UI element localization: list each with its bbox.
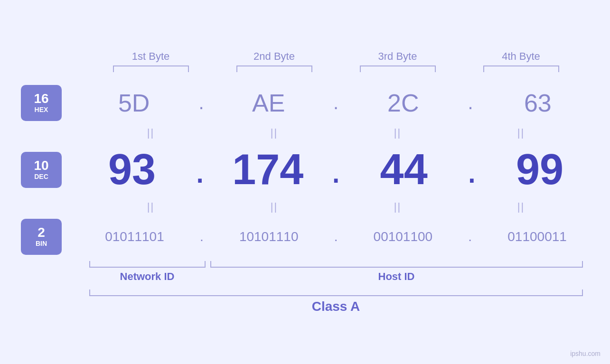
bin-base-num: 2 xyxy=(38,225,45,240)
network-host-brackets xyxy=(89,261,583,268)
bin-value-4: 01100011 xyxy=(474,229,601,244)
equals-row-1: || || || || xyxy=(89,124,583,141)
dec-value-1: 93 xyxy=(71,145,193,194)
equals-1-1: || xyxy=(89,127,213,139)
byte-labels-row: 1st Byte 2nd Byte 3rd Byte 4th Byte xyxy=(89,50,583,65)
equals-1-2: || xyxy=(213,127,336,139)
footer-text: ipshu.com xyxy=(570,350,601,357)
equals-2-4: || xyxy=(460,201,583,213)
dec-dot-1: . xyxy=(193,148,207,192)
dec-dot-2: . xyxy=(328,148,343,192)
host-id-label: Host ID xyxy=(210,271,583,283)
byte-label-1: 1st Byte xyxy=(89,50,213,65)
dec-values-row: 93 . 174 . 44 . 99 xyxy=(62,145,610,194)
host-bracket xyxy=(210,261,583,268)
dec-value-2: 174 xyxy=(207,145,328,194)
bin-value-3: 00101100 xyxy=(339,229,466,244)
top-brackets-row xyxy=(89,65,583,72)
bin-dot-1: . xyxy=(198,229,206,244)
equals-1-3: || xyxy=(336,127,460,139)
hex-base-num: 16 xyxy=(34,92,48,106)
byte-label-2: 2nd Byte xyxy=(213,50,336,65)
dec-value-3: 44 xyxy=(343,145,465,194)
bin-badge: 2 BIN xyxy=(21,219,62,255)
hex-dot-1: . xyxy=(197,92,206,113)
network-id-label: Network ID xyxy=(89,271,206,283)
bin-dot-2: . xyxy=(332,229,340,244)
dec-value-4: 99 xyxy=(479,145,601,194)
bin-value-1: 01011101 xyxy=(71,229,198,244)
byte-label-3: 3rd Byte xyxy=(336,50,460,65)
bracket-cell-4 xyxy=(460,65,583,72)
equals-2-3: || xyxy=(336,201,460,213)
hex-value-3: 2C xyxy=(340,89,466,117)
byte-label-4: 4th Byte xyxy=(460,50,583,65)
equals-2-1: || xyxy=(89,201,213,213)
dec-base-num: 10 xyxy=(34,159,48,173)
hex-value-4: 63 xyxy=(475,89,601,117)
hex-values-row: 5D . AE . 2C . 63 xyxy=(62,89,610,117)
hex-dot-2: . xyxy=(331,92,340,113)
dec-row: 10 DEC 93 . 174 . 44 . 99 xyxy=(0,141,610,198)
hex-badge: 16 HEX xyxy=(21,85,62,121)
bracket-cell-3 xyxy=(336,65,460,72)
equals-row-2: || || || || xyxy=(89,198,583,215)
bin-base-label: BIN xyxy=(36,240,47,247)
network-bracket xyxy=(89,261,206,268)
bin-value-2: 10101110 xyxy=(206,229,332,244)
equals-1-4: || xyxy=(460,127,583,139)
bin-dot-3: . xyxy=(466,229,474,244)
hex-value-1: 5D xyxy=(71,89,197,117)
dec-badge: 10 DEC xyxy=(21,152,62,188)
bin-values-row: 01011101 . 10101110 . 00101100 . 0110001… xyxy=(62,229,610,244)
bracket-cell-2 xyxy=(213,65,336,72)
main-container: 1st Byte 2nd Byte 3rd Byte 4th Byte 16 H… xyxy=(0,0,610,364)
bracket-cell-1 xyxy=(89,65,213,72)
class-bracket xyxy=(89,289,583,296)
bin-row: 2 BIN 01011101 . 10101110 . 00101100 . 0… xyxy=(0,215,610,258)
hex-row: 16 HEX 5D . AE . 2C . 63 xyxy=(0,82,610,124)
hex-dot-3: . xyxy=(466,92,475,113)
hex-value-2: AE xyxy=(206,89,331,117)
class-bracket-row xyxy=(89,289,583,296)
class-label-row: Class A xyxy=(89,299,583,314)
id-labels-row: Network ID Host ID xyxy=(89,271,583,283)
hex-base-label: HEX xyxy=(35,106,48,113)
dec-base-label: DEC xyxy=(34,173,48,180)
dec-dot-3: . xyxy=(465,148,479,192)
equals-2-2: || xyxy=(213,201,336,213)
class-label: Class A xyxy=(312,299,360,314)
